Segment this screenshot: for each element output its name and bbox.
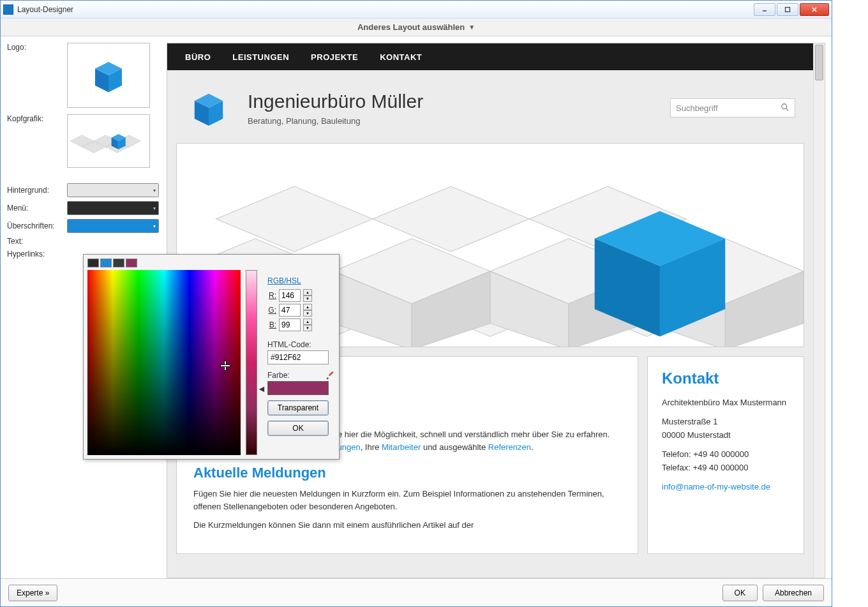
farbe-label: Farbe: bbox=[267, 371, 290, 380]
maximize-button[interactable] bbox=[777, 3, 798, 16]
nav-item-projekte[interactable]: PROJEKTE bbox=[311, 52, 358, 62]
ok-button[interactable]: OK bbox=[722, 585, 758, 601]
logo-label: Logo: bbox=[7, 43, 67, 52]
eyedropper-icon[interactable] bbox=[326, 371, 335, 380]
cancel-button[interactable]: Abbrechen bbox=[763, 585, 824, 601]
recent-swatch[interactable] bbox=[113, 259, 124, 267]
chevron-down-icon: ▾ bbox=[153, 206, 156, 211]
b-spinner[interactable]: ▲▼ bbox=[303, 318, 312, 331]
picker-ok-button[interactable]: OK bbox=[267, 421, 329, 436]
g-spinner[interactable]: ▲▼ bbox=[303, 304, 312, 317]
svg-rect-1 bbox=[786, 7, 790, 11]
r-spinner[interactable]: ▲▼ bbox=[303, 289, 312, 302]
recent-swatch[interactable] bbox=[100, 259, 112, 267]
h2-kontakt: Kontakt bbox=[662, 370, 789, 387]
expert-button[interactable]: Experte » bbox=[8, 585, 57, 601]
saturation-value-panel[interactable] bbox=[87, 270, 241, 455]
b-label: B: bbox=[267, 320, 276, 329]
recent-colors bbox=[87, 259, 335, 267]
g-label: G: bbox=[267, 306, 276, 315]
rgb-hsl-toggle[interactable]: RGB/HSL bbox=[267, 276, 301, 285]
b-input[interactable] bbox=[279, 318, 301, 331]
sv-cursor-icon bbox=[220, 361, 229, 370]
h2-news: Aktuelle Meldungen bbox=[193, 465, 621, 481]
link-mitarbeiter[interactable]: Mitarbeiter bbox=[382, 442, 421, 452]
layout-select-label: Anderes Layout auswählen bbox=[357, 22, 465, 32]
search-icon bbox=[781, 103, 789, 114]
search-placeholder: Suchbegriff bbox=[676, 103, 718, 113]
contact-name: Architektenbüro Max Mustermann bbox=[662, 396, 789, 409]
html-code-input[interactable] bbox=[267, 350, 329, 364]
logo-thumbnail[interactable] bbox=[67, 43, 150, 108]
chevron-down-icon: ▾ bbox=[153, 188, 156, 193]
headings-color-field[interactable]: ▾ bbox=[67, 219, 159, 233]
recent-swatch[interactable] bbox=[126, 259, 137, 267]
minimize-button[interactable] bbox=[754, 3, 775, 16]
header-graphic-thumbnail[interactable] bbox=[67, 114, 150, 168]
preview-scrollbar[interactable] bbox=[813, 43, 825, 578]
background-color-field[interactable]: ▾ bbox=[67, 183, 159, 197]
transparent-button[interactable]: Transparent bbox=[267, 400, 329, 416]
preview-header: Ingenieurbüro Müller Beratung, Planung, … bbox=[167, 70, 813, 143]
svg-rect-43 bbox=[327, 378, 329, 380]
window-title: Layout-Designer bbox=[17, 5, 752, 14]
headings-label: Überschriften: bbox=[7, 221, 67, 230]
preview-nav: BÜRO LEISTUNGEN PROJEKTE KONTAKT bbox=[167, 43, 813, 70]
picker-controls: RGB/HSL R: ▲▼ G: ▲▼ B: ▲▼ HTML-Code: Far… bbox=[267, 270, 335, 455]
cubes-thumb-icon bbox=[70, 117, 147, 165]
g-input[interactable] bbox=[279, 304, 301, 317]
titlebar: Layout-Designer bbox=[1, 1, 832, 19]
chevron-down-icon: ▾ bbox=[153, 223, 156, 229]
arrow-left-icon: ◄ bbox=[257, 384, 266, 394]
cube-icon bbox=[86, 53, 131, 98]
link-referenzen[interactable]: Referenzen bbox=[488, 442, 531, 452]
chevron-down-icon: ▼ bbox=[468, 24, 475, 31]
links-label: Hyperlinks: bbox=[7, 250, 67, 259]
hue-strip[interactable] bbox=[246, 270, 257, 455]
menu-color-field[interactable]: ▾ bbox=[67, 201, 159, 215]
nav-item-leistungen[interactable]: LEISTUNGEN bbox=[232, 52, 289, 62]
html-code-label: HTML-Code: bbox=[267, 340, 335, 349]
recent-swatch[interactable] bbox=[87, 259, 99, 267]
nav-item-kontakt[interactable]: KONTAKT bbox=[380, 52, 422, 62]
contact-fax: Telefax: +49 40 000000 bbox=[662, 461, 789, 474]
text-label: Text: bbox=[7, 237, 67, 246]
nav-item-buero[interactable]: BÜRO bbox=[185, 52, 211, 62]
contact-email[interactable]: info@name-of-my-website.de bbox=[662, 482, 770, 491]
color-preview-swatch bbox=[267, 381, 329, 395]
contact-phone: Telefon: +49 40 000000 bbox=[662, 448, 789, 461]
r-input[interactable] bbox=[279, 289, 301, 302]
side-column: Kontakt Architektenbüro Max Mustermann M… bbox=[647, 356, 804, 554]
logo-icon bbox=[185, 84, 232, 131]
search-input[interactable]: Suchbegriff bbox=[670, 98, 795, 117]
news-p2: Die Kurzmeldungen können Sie dann mit ei… bbox=[193, 519, 621, 532]
dialog-button-bar: Experte » OK Abbrechen bbox=[1, 578, 832, 606]
header-graphic-label: Kopfgrafik: bbox=[7, 114, 67, 123]
bg-label: Hintergrund: bbox=[7, 186, 67, 195]
menu-label: Menü: bbox=[7, 204, 67, 213]
contact-street: Musterstraße 1 bbox=[662, 416, 789, 428]
close-button[interactable] bbox=[800, 3, 829, 16]
r-label: R: bbox=[267, 291, 276, 300]
site-title: Ingenieurbüro Müller bbox=[248, 91, 423, 112]
svg-line-20 bbox=[786, 108, 789, 110]
layout-select-dropdown[interactable]: Anderes Layout auswählen ▼ bbox=[1, 19, 832, 36]
svg-point-19 bbox=[782, 103, 787, 109]
app-icon bbox=[3, 4, 13, 15]
color-picker-popup: ◄ RGB/HSL R: ▲▼ G: ▲▼ B: ▲▼ HTML-Code: bbox=[83, 254, 340, 460]
site-subtitle: Beratung, Planung, Bauleitung bbox=[248, 116, 423, 126]
contact-city: 00000 Musterstadt bbox=[662, 429, 789, 442]
news-p1: Fügen Sie hier die neuesten Meldungen in… bbox=[193, 488, 621, 513]
